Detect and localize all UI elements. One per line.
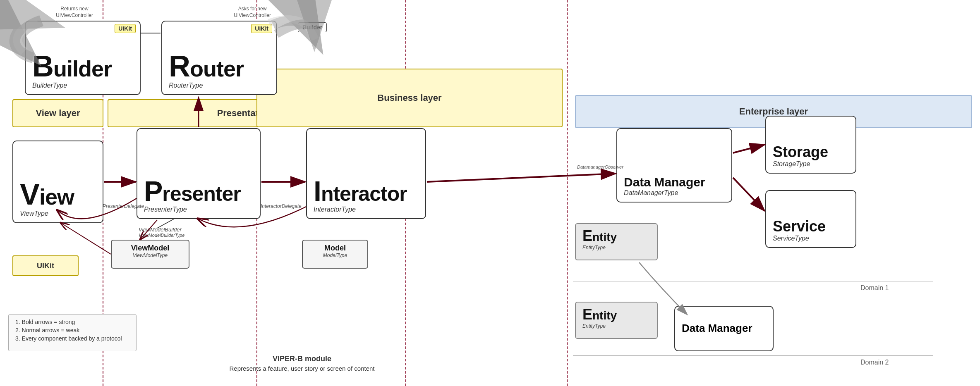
interactor-delegate-label: InteractorDelegate bbox=[261, 203, 302, 209]
model-subtitle: ModelType bbox=[309, 253, 362, 258]
domain1-separator bbox=[573, 281, 933, 281]
router-component: UIKit Router RouterType bbox=[161, 21, 277, 95]
builder-title: Builder bbox=[32, 51, 112, 81]
bottom-line1: VIPER-B module bbox=[199, 355, 405, 363]
presenter-delegate-label: PresenterDelegate bbox=[103, 203, 144, 209]
builder-badge-float: Builder bbox=[298, 22, 327, 32]
interactor-title: Interactor bbox=[314, 177, 407, 205]
viewmodel-title: ViewModel bbox=[117, 244, 183, 253]
entity1-box: Entity EntityType bbox=[575, 223, 658, 260]
storage-title: Storage bbox=[773, 145, 828, 160]
service-component: Service ServiceType bbox=[765, 190, 856, 248]
legend-box: 1. Bold arrows = strong 2. Normal arrows… bbox=[8, 314, 137, 351]
svg-line-7 bbox=[733, 178, 764, 211]
presenter-component: Presenter PresenterType bbox=[137, 128, 261, 219]
entity1-title: Entity bbox=[582, 227, 650, 245]
presenter-title: Presenter bbox=[144, 177, 241, 205]
model-title: Model bbox=[309, 244, 362, 253]
view-component: View ViewType bbox=[12, 141, 103, 223]
entity2-box: Entity EntityType bbox=[575, 302, 658, 339]
storage-component: Storage StorageType bbox=[765, 116, 856, 174]
builder-uitkit-badge: UIKit bbox=[115, 24, 136, 33]
entity1-subtitle: EntityType bbox=[582, 245, 650, 250]
service-title: Service bbox=[773, 219, 826, 234]
domain2-label: Domain 2 bbox=[860, 359, 889, 366]
legend-line-2: 2. Normal arrows = weak bbox=[15, 327, 129, 334]
viewmodel-box: ViewModel ViewModelType bbox=[111, 240, 189, 269]
returns-new-annotation: Returns newUIViewController bbox=[41, 6, 108, 19]
builder-component: UIKit Builder BuilderType bbox=[25, 21, 141, 95]
dashed-line-main bbox=[567, 0, 568, 386]
data-manager-subtitle: DataManagerType bbox=[624, 189, 678, 197]
svg-line-6 bbox=[733, 145, 764, 153]
legend-line-1: 1. Bold arrows = strong bbox=[15, 319, 129, 325]
domain2-separator bbox=[573, 355, 933, 356]
data-manager2-title: Data Manager bbox=[682, 322, 752, 335]
datamanager-observer-label: DatamanagerObserver bbox=[577, 164, 623, 169]
storage-subtitle: StorageType bbox=[773, 160, 810, 168]
svg-line-5 bbox=[427, 174, 616, 182]
uitkit-box: UIKit bbox=[12, 255, 79, 276]
view-layer-header: View layer bbox=[12, 99, 103, 127]
bottom-center-text: VIPER-B module Represents a feature, use… bbox=[199, 355, 405, 372]
viewmodel-subtitle: ViewModelType bbox=[117, 253, 183, 258]
domain1-label: Domain 1 bbox=[860, 284, 889, 292]
data-manager-title: Data Manager bbox=[624, 176, 705, 188]
data-manager2-component: Data Manager bbox=[674, 306, 774, 351]
business-layer-header: Business layer bbox=[256, 69, 563, 127]
service-subtitle: ServiceType bbox=[773, 235, 809, 242]
viewmodel-builder-label: ViewModelBuilder ViewModelBuilderType bbox=[139, 226, 184, 238]
legend-line-3: 3. Every component backed by a protocol bbox=[15, 335, 129, 342]
entity2-title: Entity bbox=[582, 306, 650, 323]
router-title: Router bbox=[169, 51, 244, 81]
interactor-component: Interactor InteractorType bbox=[306, 128, 426, 219]
data-manager-component: Data Manager DataManagerType bbox=[616, 128, 732, 203]
view-subtitle: ViewType bbox=[20, 210, 48, 217]
model-box: Model ModelType bbox=[302, 240, 368, 269]
router-subtitle: RouterType bbox=[169, 82, 203, 89]
bottom-line2: Represents a feature, user story or scre… bbox=[199, 365, 405, 372]
interactor-subtitle: InteractorType bbox=[314, 206, 356, 213]
diagram-container: View layer Presentation layer Business l… bbox=[0, 0, 980, 386]
asks-for-new-annotation: Asks for newUIViewController bbox=[219, 6, 285, 19]
view-title: View bbox=[20, 179, 74, 209]
router-uitkit-badge: UIKit bbox=[251, 24, 272, 33]
entity2-subtitle: EntityType bbox=[582, 323, 650, 329]
presenter-subtitle: PresenterType bbox=[144, 206, 187, 213]
builder-subtitle: BuilderType bbox=[32, 82, 67, 89]
